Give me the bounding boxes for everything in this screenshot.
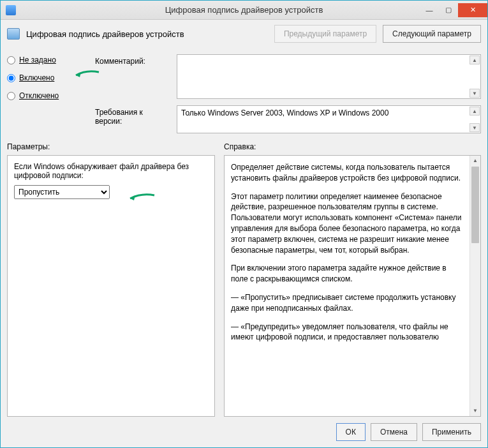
dialog-window: Цифровая подпись драйверов устройств — ▢… xyxy=(0,0,488,448)
radio-not-configured-label: Не задано xyxy=(19,56,56,64)
version-value: Только Windows Server 2003, Windows XP и… xyxy=(181,108,388,117)
state-radio-group: Не задано Включено Отключено xyxy=(7,54,90,133)
lower-row: Если Windows обнаруживает файл драйвера … xyxy=(7,155,481,417)
cancel-button[interactable]: Отмена xyxy=(371,423,417,441)
policy-icon xyxy=(7,28,20,40)
titlebar[interactable]: Цифровая подпись драйверов устройств — ▢… xyxy=(1,1,487,20)
apply-button[interactable]: Применить xyxy=(422,423,481,441)
params-panel: Если Windows обнаруживает файл драйвера … xyxy=(7,155,215,417)
policy-title: Цифровая подпись драйверов устройств xyxy=(26,29,184,39)
scroll-thumb[interactable] xyxy=(471,167,479,243)
help-section-label: Справка: xyxy=(224,142,256,151)
radio-enabled-input[interactable] xyxy=(7,74,15,82)
previous-setting-button[interactable]: Предыдущий параметр xyxy=(274,25,376,43)
help-paragraph: — «Пропустить» предписывает системе прод… xyxy=(231,292,465,314)
version-box: Только Windows Server 2003, Windows XP и… xyxy=(177,105,481,133)
content-area: Цифровая подпись драйверов устройств Пре… xyxy=(1,20,487,447)
next-setting-button[interactable]: Следующий параметр xyxy=(383,25,481,43)
help-paragraph: Этот параметр политики определяет наимен… xyxy=(231,191,465,256)
params-prompt: Если Windows обнаруживает файл драйвера … xyxy=(14,162,208,180)
scroll-up-icon[interactable]: ▲ xyxy=(470,156,480,166)
radio-disabled[interactable]: Отключено xyxy=(7,91,90,100)
action-combobox[interactable]: Пропустить xyxy=(14,185,110,199)
window-controls: — ▢ ✕ xyxy=(420,3,487,17)
version-scroll-up-icon[interactable]: ▲ xyxy=(470,107,480,116)
radio-disabled-input[interactable] xyxy=(7,92,15,100)
params-section-label: Параметры: xyxy=(7,142,224,151)
app-icon xyxy=(6,5,16,15)
window-title: Цифровая подпись драйверов устройств xyxy=(1,5,487,15)
section-labels: Параметры: Справка: xyxy=(7,142,481,151)
radio-not-configured[interactable]: Не задано xyxy=(7,56,90,64)
minimize-button[interactable]: — xyxy=(420,3,439,17)
radio-not-configured-input[interactable] xyxy=(7,56,15,64)
help-paragraph: — «Предупредить» уведомляет пользователя… xyxy=(231,322,465,343)
comment-textarea[interactable]: ▲ ▼ xyxy=(177,54,481,99)
close-button[interactable]: ✕ xyxy=(458,3,487,17)
scroll-down-icon[interactable]: ▼ xyxy=(470,406,480,416)
help-scrollbar[interactable]: ▲ ▼ xyxy=(470,156,480,416)
comment-scroll-up-icon[interactable]: ▲ xyxy=(470,56,480,64)
help-paragraph: Определяет действие системы, когда польз… xyxy=(231,162,465,184)
help-panel: Определяет действие системы, когда польз… xyxy=(224,155,481,417)
header-row: Цифровая подпись драйверов устройств Пре… xyxy=(7,25,481,43)
footer-buttons: ОК Отмена Применить xyxy=(7,417,481,441)
radio-enabled[interactable]: Включено xyxy=(7,73,90,82)
version-label: Требования к версии: xyxy=(95,105,172,133)
help-paragraph: При включении этого параметра задайте ну… xyxy=(231,263,465,285)
radio-enabled-label: Включено xyxy=(19,73,54,82)
ok-button[interactable]: ОК xyxy=(336,423,366,441)
maximize-button[interactable]: ▢ xyxy=(439,3,458,17)
upper-grid: Не задано Включено Отключено Комментарий… xyxy=(7,54,481,133)
version-scroll-down-icon[interactable]: ▼ xyxy=(470,123,480,132)
comment-label: Комментарий: xyxy=(95,54,172,99)
annotation-arrow-icon xyxy=(128,193,156,204)
comment-scroll-down-icon[interactable]: ▼ xyxy=(470,89,480,98)
radio-disabled-label: Отключено xyxy=(19,91,59,100)
